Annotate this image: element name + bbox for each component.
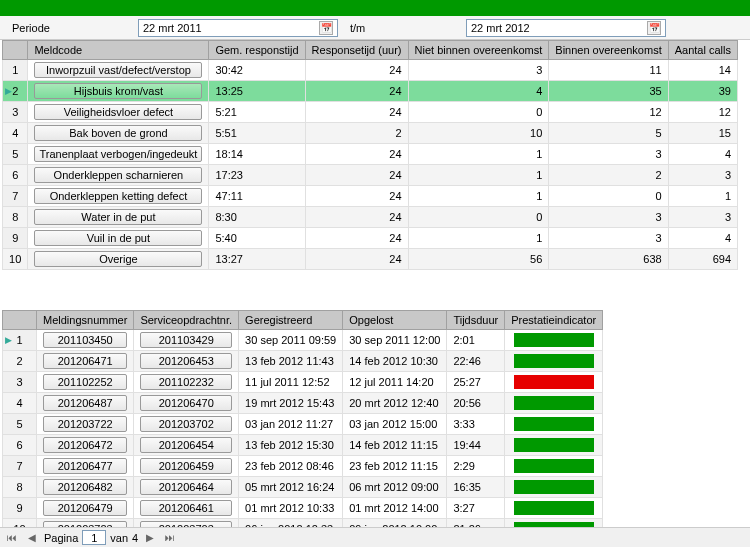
col-meldnr[interactable]: Meldingsnummer xyxy=(37,311,134,330)
date-to-input[interactable]: 22 mrt 2012 📅 xyxy=(466,19,666,37)
col-binnen[interactable]: Binnen overeenkomst xyxy=(549,41,668,60)
table-row[interactable]: 5Tranenplaat verbogen/ingedeukt18:142413… xyxy=(3,144,738,165)
prest-cell xyxy=(505,414,603,435)
meldcode-button[interactable]: Veiligheidsvloer defect xyxy=(34,104,202,120)
table-row[interactable]: ▶2Hijsbuis krom/vast13:252443539 xyxy=(3,81,738,102)
niet-cell: 56 xyxy=(408,249,549,270)
table-row[interactable]: 3Veiligheidsvloer defect5:212401212 xyxy=(3,102,738,123)
col-gemresp[interactable]: Gem. responstijd xyxy=(209,41,305,60)
servnr-button[interactable]: 201206453 xyxy=(140,353,232,369)
servnr-button[interactable]: 201206464 xyxy=(140,479,232,495)
meldcode-button[interactable]: Onderkleppen ketting defect xyxy=(34,188,202,204)
table-row[interactable]: ▶120110345020110342930 sep 2011 09:5930 … xyxy=(3,330,603,351)
prest-cell xyxy=(505,477,603,498)
meldcode-button[interactable]: Inworpzuil vast/defect/verstop xyxy=(34,62,202,78)
gereg-cell: 05 mrt 2012 16:24 xyxy=(239,477,343,498)
respuur-cell: 24 xyxy=(305,144,408,165)
meldcode-button[interactable]: Hijsbuis krom/vast xyxy=(34,83,202,99)
aantal-cell: 3 xyxy=(668,165,737,186)
table-row[interactable]: 620120647220120645413 feb 2012 15:3014 f… xyxy=(3,435,603,456)
rownum-cell: 5 xyxy=(3,144,28,165)
table-row[interactable]: 4Bak boven de grond5:51210515 xyxy=(3,123,738,144)
servnr-button[interactable]: 201206470 xyxy=(140,395,232,411)
col-tijd[interactable]: Tijdsduur xyxy=(447,311,505,330)
col-meldcode[interactable]: Meldcode xyxy=(28,41,209,60)
rownum-cell: 10 xyxy=(3,249,28,270)
gemresp-cell: 13:27 xyxy=(209,249,305,270)
meldcode-button[interactable]: Tranenplaat verbogen/ingedeukt xyxy=(34,146,202,162)
meldnr-button[interactable]: 201102252 xyxy=(43,374,127,390)
table-row[interactable]: 7Onderkleppen ketting defect47:1124101 xyxy=(3,186,738,207)
rownum-cell: 1 xyxy=(3,60,28,81)
tijd-cell: 3:33 xyxy=(447,414,505,435)
row-marker-icon: ▶ xyxy=(5,335,12,345)
table-row[interactable]: 9Vuil in de put5:4024134 xyxy=(3,228,738,249)
pager-next-icon[interactable]: ▶ xyxy=(142,530,158,546)
pager-current-input[interactable] xyxy=(82,530,106,545)
col-gereg[interactable]: Geregistreerd xyxy=(239,311,343,330)
meldcode-button[interactable]: Overige xyxy=(34,251,202,267)
col-opg[interactable]: Opgelost xyxy=(343,311,447,330)
servnr-button[interactable]: 201206459 xyxy=(140,458,232,474)
meldnr-button[interactable]: 201203722 xyxy=(43,416,127,432)
col-aantal[interactable]: Aantal calls xyxy=(668,41,737,60)
meldnr-button[interactable]: 201206487 xyxy=(43,395,127,411)
servnr-button[interactable]: 201103429 xyxy=(140,332,232,348)
opg-cell: 14 feb 2012 11:15 xyxy=(343,435,447,456)
table-row[interactable]: 820120648220120646405 mrt 2012 16:2406 m… xyxy=(3,477,603,498)
table-row[interactable]: 220120647120120645313 feb 2012 11:4314 f… xyxy=(3,351,603,372)
pager-last-icon[interactable]: ⏭ xyxy=(162,530,178,546)
table-row[interactable]: 520120372220120370203 jan 2012 11:2703 j… xyxy=(3,414,603,435)
indicator-bar xyxy=(514,459,594,473)
table-row[interactable]: 10Overige13:272456638694 xyxy=(3,249,738,270)
servnr-button[interactable]: 201206454 xyxy=(140,437,232,453)
meldcode-button[interactable]: Onderkleppen scharnieren xyxy=(34,167,202,183)
table-row[interactable]: 1Inworpzuil vast/defect/verstop30:422431… xyxy=(3,60,738,81)
niet-cell: 0 xyxy=(408,207,549,228)
table-row[interactable]: 420120648720120647019 mrt 2012 15:4320 m… xyxy=(3,393,603,414)
tijd-cell: 22:46 xyxy=(447,351,505,372)
meldnr-button[interactable]: 201103450 xyxy=(43,332,127,348)
col-respuur[interactable]: Responsetijd (uur) xyxy=(305,41,408,60)
col-servnr[interactable]: Serviceopdrachtnr. xyxy=(134,311,239,330)
meldnr-button[interactable]: 201206472 xyxy=(43,437,127,453)
table-row[interactable]: 6Onderkleppen scharnieren17:2324123 xyxy=(3,165,738,186)
gemresp-cell: 18:14 xyxy=(209,144,305,165)
meldnr-button[interactable]: 201206479 xyxy=(43,500,127,516)
col-prest[interactable]: Prestatieindicator xyxy=(505,311,603,330)
servnr-button[interactable]: 201102232 xyxy=(140,374,232,390)
servnr-button[interactable]: 201206461 xyxy=(140,500,232,516)
indicator-bar xyxy=(514,354,594,368)
meldcode-button[interactable]: Bak boven de grond xyxy=(34,125,202,141)
meldcode-button[interactable]: Vuil in de put xyxy=(34,230,202,246)
detail-grid: Meldingsnummer Serviceopdrachtnr. Geregi… xyxy=(2,310,603,540)
rownum-header xyxy=(3,41,28,60)
prest-cell xyxy=(505,393,603,414)
col-niet[interactable]: Niet binnen overeenkomst xyxy=(408,41,549,60)
table-row[interactable]: 720120647720120645923 feb 2012 08:4623 f… xyxy=(3,456,603,477)
meldnr-button[interactable]: 201206482 xyxy=(43,479,127,495)
pager-prev-icon[interactable]: ◀ xyxy=(24,530,40,546)
meldnr-button[interactable]: 201206471 xyxy=(43,353,127,369)
meldnr-button[interactable]: 201206477 xyxy=(43,458,127,474)
tijd-cell: 19:44 xyxy=(447,435,505,456)
niet-cell: 0 xyxy=(408,102,549,123)
table-row[interactable]: 8Water in de put8:3024033 xyxy=(3,207,738,228)
calendar-icon[interactable]: 📅 xyxy=(319,21,333,35)
meldcode-button[interactable]: Water in de put xyxy=(34,209,202,225)
binnen-cell: 3 xyxy=(549,144,668,165)
calendar-icon[interactable]: 📅 xyxy=(647,21,661,35)
table-row[interactable]: 320110225220110223211 jul 2011 12:5212 j… xyxy=(3,372,603,393)
row-marker-icon: ▶ xyxy=(5,86,12,96)
binnen-cell: 12 xyxy=(549,102,668,123)
table-row[interactable]: 920120647920120646101 mrt 2012 10:3301 m… xyxy=(3,498,603,519)
binnen-cell: 11 xyxy=(549,60,668,81)
date-from-input[interactable]: 22 mrt 2011 📅 xyxy=(138,19,338,37)
rownum-cell: 8 xyxy=(3,207,28,228)
indicator-bar xyxy=(514,501,594,515)
rownum-cell: 7 xyxy=(3,186,28,207)
pager-first-icon[interactable]: ⏮ xyxy=(4,530,20,546)
servnr-button[interactable]: 201203702 xyxy=(140,416,232,432)
indicator-bar xyxy=(514,417,594,431)
summary-grid: Meldcode Gem. responstijd Responsetijd (… xyxy=(2,40,738,270)
